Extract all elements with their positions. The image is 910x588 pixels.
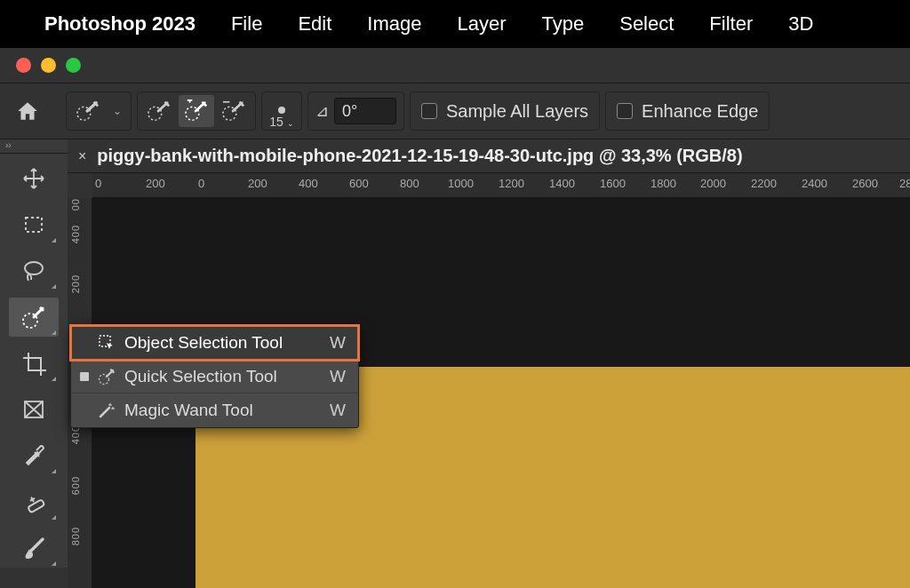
active-marker xyxy=(80,406,89,415)
magic-wand-icon xyxy=(96,401,117,419)
add-selection-button[interactable] xyxy=(179,95,214,127)
macos-menubar: Photoshop 2023 File Edit Image Layer Typ… xyxy=(0,0,910,48)
active-marker xyxy=(80,372,89,381)
brush-size-picker[interactable]: 15 ⌄ xyxy=(261,91,302,131)
horizontal-ruler[interactable]: 0 200 0 200 400 600 800 1000 1200 1400 1… xyxy=(92,173,910,198)
brush-preview-dot xyxy=(278,107,285,114)
tool-preset-group[interactable]: ⌄ xyxy=(66,91,132,131)
flyout-quick-selection[interactable]: Quick Selection Tool W xyxy=(71,360,358,393)
checkbox-label: Sample All Layers xyxy=(446,101,588,122)
menu-select[interactable]: Select xyxy=(603,7,690,41)
home-button[interactable] xyxy=(9,92,46,130)
checkbox-icon xyxy=(617,103,633,119)
document-tab-bar: × piggy-bank-with-mobile-phone-2021-12-1… xyxy=(68,139,910,173)
move-tool[interactable] xyxy=(9,159,59,198)
svg-point-5 xyxy=(25,262,43,274)
menu-image[interactable]: Image xyxy=(351,7,437,41)
angle-input[interactable] xyxy=(334,98,396,124)
options-bar: ⌄ xyxy=(0,83,910,139)
minimize-window-button[interactable] xyxy=(41,58,56,73)
frame-tool[interactable] xyxy=(9,390,59,429)
titlebar xyxy=(0,48,910,83)
subtract-selection-button[interactable] xyxy=(216,95,251,127)
menu-edit[interactable]: Edit xyxy=(282,7,347,41)
brush-size-value: 15 ⌄ xyxy=(269,115,293,129)
menu-filter[interactable]: Filter xyxy=(693,7,769,41)
svg-rect-4 xyxy=(26,218,42,232)
enhance-edge-option[interactable]: Enhance Edge xyxy=(605,91,770,131)
maximize-window-button[interactable] xyxy=(66,58,81,73)
menu-3d[interactable]: 3D xyxy=(772,7,829,41)
quick-selection-icon xyxy=(70,95,106,127)
menu-file[interactable]: File xyxy=(215,7,278,41)
healing-brush-tool[interactable] xyxy=(9,482,59,521)
svg-rect-8 xyxy=(28,499,44,513)
crop-tool[interactable] xyxy=(9,344,59,383)
document-tab-title[interactable]: piggy-bank-with-mobile-phone-2021-12-15-… xyxy=(97,146,742,166)
app-window: ⌄ xyxy=(0,48,910,588)
eyedropper-tool[interactable] xyxy=(9,436,59,475)
quick-selection-tool[interactable] xyxy=(9,298,59,337)
angle-icon: ⊿ xyxy=(315,101,329,121)
chevron-down-icon: ⌄ xyxy=(108,105,127,117)
angle-group: ⊿ xyxy=(307,91,404,131)
quick-selection-icon xyxy=(96,368,117,385)
tools-expand-handle[interactable]: ›› xyxy=(0,139,68,154)
checkbox-icon xyxy=(421,103,437,119)
sample-all-layers-option[interactable]: Sample All Layers xyxy=(410,91,600,131)
object-selection-icon xyxy=(96,334,117,352)
flyout-magic-wand[interactable]: Magic Wand Tool W xyxy=(71,393,358,427)
new-selection-button[interactable] xyxy=(141,95,177,127)
close-window-button[interactable] xyxy=(16,58,31,73)
selection-tool-flyout: Object Selection Tool W Quick Selection … xyxy=(70,325,359,428)
lasso-tool[interactable] xyxy=(9,251,59,290)
rectangular-marquee-tool[interactable] xyxy=(9,205,59,244)
flyout-object-selection[interactable]: Object Selection Tool W xyxy=(71,326,358,360)
menu-type[interactable]: Type xyxy=(526,7,601,41)
active-marker xyxy=(80,338,89,347)
app-name[interactable]: Photoshop 2023 xyxy=(44,12,196,36)
tools-panel xyxy=(0,154,68,568)
menu-layer[interactable]: Layer xyxy=(441,7,522,41)
selection-mode-group xyxy=(137,91,256,131)
checkbox-label: Enhance Edge xyxy=(642,101,758,122)
brush-tool[interactable] xyxy=(9,528,59,568)
close-tab-icon[interactable]: × xyxy=(78,148,86,164)
